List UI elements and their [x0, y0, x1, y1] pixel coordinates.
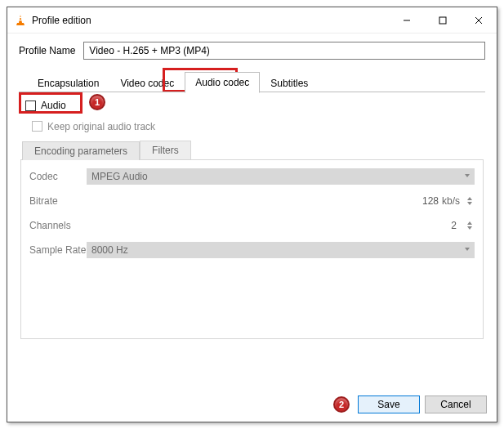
audio-codec-panel: Audio 1 Keep original audio track Encodi… — [19, 93, 485, 387]
channels-label: Channels — [29, 220, 87, 231]
tab-video-codec[interactable]: Video codec — [109, 73, 185, 93]
codec-label: Codec — [29, 171, 87, 182]
chevron-down-icon — [465, 174, 470, 177]
keep-original-checkbox — [32, 121, 42, 132]
channels-stepper[interactable]: 2 — [87, 217, 475, 234]
sample-rate-row: Sample Rate 8000 Hz — [29, 242, 475, 258]
channels-spin-arrows[interactable] — [465, 221, 475, 230]
keep-original-label: Keep original audio track — [47, 121, 155, 132]
chevron-down-icon — [465, 248, 470, 251]
window-title: Profile edition — [32, 15, 389, 26]
encoding-parameters-panel: Codec MPEG Audio Bitrate 128 kb/s — [20, 159, 484, 339]
save-button[interactable]: Save — [358, 395, 420, 413]
channels-value: 2 — [87, 220, 465, 231]
minimize-button[interactable] — [389, 8, 425, 33]
profile-name-row: Profile Name — [19, 42, 485, 60]
bitrate-label: Bitrate — [29, 195, 87, 207]
callout-2: 2 — [333, 396, 350, 413]
bitrate-spin-arrows[interactable] — [465, 197, 475, 205]
subtab-encoding-parameters[interactable]: Encoding parameters — [22, 141, 140, 160]
vlc-cone-icon — [14, 14, 27, 27]
sample-rate-label: Sample Rate — [29, 244, 87, 256]
chevron-down-icon — [467, 202, 472, 205]
tab-encapsulation[interactable]: Encapsulation — [27, 73, 109, 93]
tab-strip-container: Encapsulation Video codec Audio codec Su… — [19, 71, 485, 93]
callout-1: 1 — [89, 94, 105, 110]
chevron-up-icon — [467, 197, 472, 200]
chevron-up-icon — [467, 221, 472, 225]
tab-strip: Encapsulation Video codec Audio codec Su… — [27, 71, 485, 92]
sample-rate-select[interactable]: 8000 Hz — [87, 242, 475, 258]
profile-edition-window: Profile edition Profile Name Encapsulati… — [7, 7, 497, 422]
profile-name-label: Profile Name — [19, 45, 75, 56]
chevron-down-icon — [467, 226, 472, 230]
svg-rect-5 — [439, 17, 446, 24]
bitrate-value: 128 — [87, 195, 442, 207]
maximize-button[interactable] — [425, 8, 461, 33]
bitrate-unit: kb/s — [442, 195, 460, 207]
codec-select[interactable]: MPEG Audio — [87, 168, 475, 185]
audio-checkbox-label: Audio — [41, 100, 66, 111]
profile-name-input[interactable] — [83, 42, 485, 60]
bitrate-row: Bitrate 128 kb/s — [29, 193, 475, 209]
channels-row: Channels 2 — [29, 217, 475, 234]
keep-original-row: Keep original audio track — [32, 121, 484, 132]
svg-rect-1 — [20, 17, 22, 18]
tab-subtitles[interactable]: Subtitles — [260, 73, 319, 93]
cancel-button[interactable]: Cancel — [425, 395, 487, 413]
subtab-filters[interactable]: Filters — [140, 141, 191, 159]
svg-marker-3 — [16, 23, 25, 25]
bitrate-stepper[interactable]: 128 kb/s — [87, 193, 475, 209]
svg-marker-0 — [19, 15, 22, 23]
audio-checkbox[interactable] — [25, 101, 36, 111]
footer: 2 Save Cancel — [7, 387, 497, 422]
svg-rect-2 — [19, 20, 22, 20]
content-area: Profile Name Encapsulation Video codec A… — [7, 34, 497, 387]
titlebar: Profile edition — [7, 7, 497, 34]
codec-row: Codec MPEG Audio — [29, 168, 475, 185]
sample-rate-value: 8000 Hz — [91, 244, 128, 256]
close-button[interactable] — [461, 8, 497, 33]
subtab-strip: Encoding parameters Filters — [22, 141, 482, 159]
codec-value: MPEG Audio — [91, 171, 148, 182]
tab-audio-codec[interactable]: Audio codec — [185, 72, 260, 93]
audio-checkbox-row[interactable]: Audio — [25, 100, 66, 111]
